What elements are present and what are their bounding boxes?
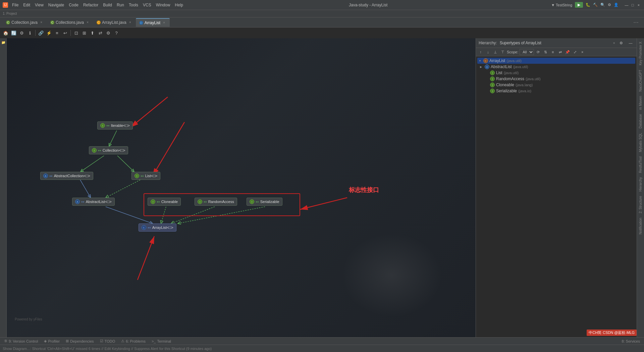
tree-item-serializable[interactable]: I Serializable (java.io) (477, 88, 635, 94)
toolbar-sync[interactable]: ⇄ (97, 29, 104, 37)
tree-item-abstractlist[interactable]: ▶ A AbstractList (java.util) (477, 64, 635, 70)
sidebar-maven[interactable]: m Maven (638, 94, 643, 112)
csdn-badge[interactable]: 中CH简 CSDN @蓝枝-MLG (587, 330, 637, 336)
sidebar-key-promoter[interactable]: Key Promoter X (638, 40, 643, 67)
tab-close-arraylist-java[interactable]: × (128, 20, 132, 25)
toolbar-info[interactable]: ℹ (26, 29, 34, 37)
diagram-canvas[interactable]: I ●● Iterable<□> I ●● Collection<□> A ●●… (7, 38, 476, 337)
sidebar-mybatis[interactable]: Mybatis SQL (638, 131, 643, 154)
account-button[interactable]: 👤 (614, 3, 619, 7)
menu-build[interactable]: Build (101, 2, 114, 8)
menu-vcs[interactable]: VCS (141, 2, 153, 8)
hierarchy-btn-down[interactable]: ↓ (485, 49, 491, 55)
tab-collection-java[interactable]: C Collection.java × (3, 18, 47, 27)
tab-close-collections[interactable]: × (85, 20, 90, 25)
tab-close-collection[interactable]: × (39, 20, 44, 25)
node-iterable[interactable]: I ●● Iterable<□> (97, 121, 133, 130)
tab-close-diagram[interactable]: × (162, 20, 166, 25)
menu-navigate[interactable]: Navigate (46, 2, 66, 8)
services-button[interactable]: 8: Services (619, 339, 643, 343)
sidebar-structure[interactable]: 2: Structure (638, 194, 643, 215)
hierarchy-settings[interactable]: ⚙ (618, 40, 625, 46)
menu-run[interactable]: Run (115, 2, 126, 8)
menu-help[interactable]: Help (173, 2, 185, 8)
hierarchy-btn-supertypes[interactable]: ⊤ (499, 49, 506, 55)
maximize-button[interactable]: □ (630, 2, 635, 8)
toolbar-home[interactable]: 🏠 (2, 29, 9, 37)
run-button[interactable]: ▶ (575, 2, 583, 8)
toolbar-refresh[interactable]: 🔄 (10, 29, 17, 37)
title-bar-left: IJ File Edit View Navigate Code Refactor… (3, 2, 185, 8)
toolbar-link[interactable]: 🔗 (37, 29, 45, 37)
hierarchy-btn-up[interactable]: ↑ (477, 49, 484, 55)
toolbar-expand[interactable]: ⊞ (80, 29, 88, 37)
bottom-tab-todo[interactable]: ☑ TODO (97, 338, 118, 344)
node-randomaccess[interactable]: I ●● RandomAccess (195, 198, 237, 206)
menu-window[interactable]: Window (154, 2, 172, 8)
search-everywhere[interactable]: 🔍 (600, 3, 605, 7)
close-button[interactable]: × (636, 2, 641, 8)
sidebar-icon-folder[interactable]: 📁 (1, 40, 6, 45)
toolbar-undo[interactable]: ↩ (61, 29, 69, 37)
tab-collections-java[interactable]: C Collections.java × (47, 18, 93, 27)
hierarchy-btn-popout[interactable]: ⤢ (572, 49, 578, 55)
tree-label-serializable: Serializable (496, 89, 517, 93)
node-collection[interactable]: I ●● Collection<□> (89, 146, 128, 154)
tree-item-cloneable[interactable]: I Cloneable (java.lang) (477, 82, 635, 88)
scope-select[interactable]: All (520, 49, 534, 55)
toolbar-filter[interactable]: ⚡ (45, 29, 53, 37)
hierarchy-btn-collapse2[interactable]: ⇌ (557, 49, 564, 55)
node-cloneable[interactable]: I ●● Cloneable (148, 198, 181, 206)
hierarchy-collapse[interactable]: — (627, 40, 634, 46)
toolbar-filter2[interactable]: ≡ (53, 29, 61, 37)
tab-bar: C Collection.java × C Collections.java ×… (0, 17, 644, 28)
node-arraylist[interactable]: C ●● ArrayList<□> (139, 223, 176, 232)
tab-arraylist-diagram[interactable]: D ArrayList × (136, 18, 170, 27)
bottom-tab-version-control[interactable]: ⑨ 9: Version Control (1, 338, 41, 344)
hierarchy-btn-pin[interactable]: 📌 (564, 49, 571, 55)
menu-view[interactable]: View (33, 2, 46, 8)
sidebar-notification[interactable]: Notification (638, 216, 643, 236)
node-abstractcollection[interactable]: A ●● AbstractCollection<□> (40, 172, 93, 180)
tree-item-arraylist-root[interactable]: ▼ C ArrayList (java.util) (477, 58, 635, 64)
node-abstractlist[interactable]: A ●● AbstractList<□> (72, 198, 115, 206)
toolbar-settings[interactable]: ⚙ (18, 29, 25, 37)
minimize-button[interactable]: — (624, 2, 629, 8)
node-list[interactable]: I ●● List<□> (131, 172, 160, 180)
menu-file[interactable]: File (10, 2, 20, 8)
toolbar-help[interactable]: ? (113, 29, 120, 37)
more-tabs-button[interactable]: ⋯ (631, 19, 641, 26)
menu-refactor[interactable]: Refactor (81, 2, 100, 8)
hierarchy-btn-refresh[interactable]: ⟳ (535, 49, 541, 55)
debug-button[interactable]: 🐛 (586, 3, 590, 7)
tree-item-randomaccess[interactable]: I RandomAccess (java.util) (477, 76, 635, 82)
menu-code[interactable]: Code (67, 2, 80, 8)
sidebar-restfultool[interactable]: RestfulTool (638, 154, 643, 175)
hierarchy-btn-subtypes[interactable]: ⊥ (492, 49, 499, 55)
run-config-selector[interactable]: ▼ TestString (551, 3, 572, 7)
sidebar-database[interactable]: Database (638, 112, 643, 131)
menu-bar[interactable]: File Edit View Navigate Code Refactor Bu… (10, 2, 185, 8)
bottom-tab-problems[interactable]: ⚠ 6: Problems (118, 338, 148, 344)
bottom-tab-profiler[interactable]: ◈ Profiler (41, 338, 62, 344)
hierarchy-close[interactable]: × (613, 41, 615, 45)
node-serializable[interactable]: I ●● Serializable (247, 198, 282, 206)
bottom-tab-terminal[interactable]: >_ Terminal (149, 338, 174, 344)
toolbar-gear[interactable]: ⚙ (105, 29, 112, 37)
menu-tools[interactable]: Tools (127, 2, 140, 8)
settings-button[interactable]: ⚙ (608, 3, 611, 7)
sidebar-hierarchy[interactable]: Hierarchy (638, 175, 643, 194)
toolbar-multi[interactable]: ⊡ (72, 29, 80, 37)
hierarchy-btn-expand[interactable]: ≡ (549, 49, 556, 55)
menu-edit[interactable]: Edit (21, 2, 32, 8)
bottom-tab-dependencies[interactable]: ⊞ Dependencies (63, 338, 96, 344)
tab-arraylist-java[interactable]: C ArrayList.java × (93, 18, 136, 27)
toolbar-export[interactable]: ⬆ (89, 29, 96, 37)
hierarchy-btn-close2[interactable]: × (579, 49, 586, 55)
build-button[interactable]: 🔨 (593, 3, 598, 7)
tab-label-diagram: ArrayList (145, 20, 160, 25)
sidebar-nacuchatgpt[interactable]: NacuChatGPT (638, 68, 643, 94)
hierarchy-btn-filter[interactable]: ⇅ (542, 49, 549, 55)
tree-item-list[interactable]: I List (java.util) (477, 70, 635, 76)
main-content: 📁 (0, 38, 644, 337)
